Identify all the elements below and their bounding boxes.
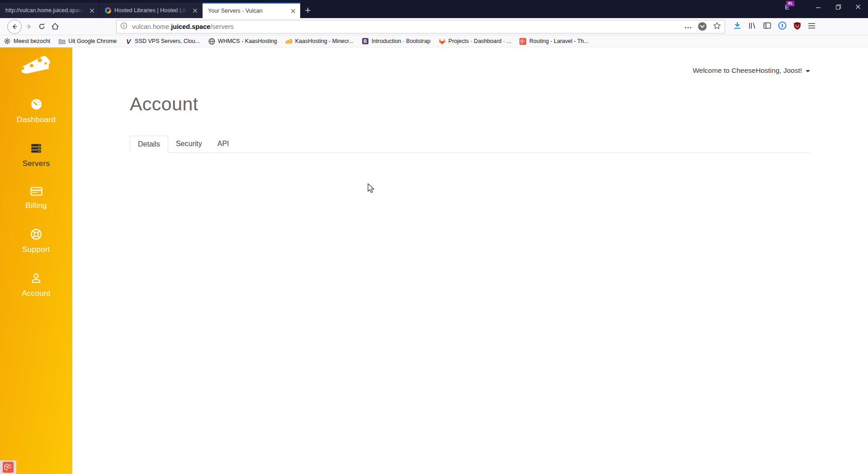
minimize-button[interactable]	[808, 0, 828, 13]
page-actions-icon[interactable]	[684, 23, 692, 31]
sidebar-item-label: Account	[22, 289, 51, 298]
bookmark-label: SSD VPS Servers, Clou...	[135, 38, 200, 44]
tab-security[interactable]: Security	[168, 136, 210, 153]
forward-button[interactable]	[25, 23, 33, 30]
bookmark-gitlab-projects[interactable]: Projects · Dashboard · ...	[439, 38, 511, 45]
vultr-icon: V	[125, 38, 132, 45]
bookmark-meest-bezocht[interactable]: Meest bezocht	[4, 38, 50, 45]
bookmark-label: Projects · Dashboard · ...	[448, 38, 511, 44]
bookmark-laravel-routing[interactable]: Routing - Laravel - Th...	[519, 38, 589, 45]
tab-close-icon[interactable]	[287, 9, 296, 14]
plus-icon: +	[305, 5, 311, 16]
app-content: Dashboard Servers Billing Support	[0, 47, 868, 474]
sidebar-item-label: Support	[22, 245, 50, 254]
close-button[interactable]	[848, 0, 868, 13]
chevron-down-icon	[806, 70, 810, 72]
tab-close-icon[interactable]	[86, 8, 94, 13]
gear-icon	[4, 38, 11, 45]
cheesehosting-logo-icon[interactable]	[21, 54, 52, 79]
back-button[interactable]	[7, 19, 22, 34]
sidebar-nav: Dashboard Servers Billing Support	[17, 98, 56, 316]
navigation-toolbar: vulcan.home.juiced.space/servers	[0, 18, 868, 35]
gitlab-icon	[439, 38, 446, 45]
laravel-icon	[519, 38, 527, 45]
tray-badge: XL	[786, 1, 794, 6]
sidebar-item-label: Billing	[25, 201, 47, 210]
tab-title: http://vulcan.home.juiced.space/a	[5, 7, 86, 14]
new-tab-button[interactable]: +	[300, 3, 316, 18]
user-icon	[30, 272, 42, 286]
account-tabs: Details Security API	[130, 136, 810, 153]
server-stack-icon	[30, 142, 42, 156]
bookmark-label: Meest bezocht	[14, 38, 50, 44]
google-developers-favicon	[105, 7, 111, 14]
browser-tab-1[interactable]: http://vulcan.home.juiced.space/a	[0, 3, 99, 18]
tab-title: Your Servers - Vulcan	[208, 8, 263, 14]
globe-icon	[208, 38, 215, 45]
bookmark-label: KaasHosting - Minecr...	[295, 38, 354, 44]
downloads-icon[interactable]	[733, 22, 741, 31]
bookmark-bootstrap-introduction[interactable]: B Introduction · Bootstrap	[362, 38, 430, 45]
library-icon[interactable]	[748, 22, 756, 31]
credit-card-icon	[30, 186, 42, 198]
onepassword-icon[interactable]	[778, 21, 787, 32]
site-info-icon[interactable]	[120, 22, 127, 31]
pocket-icon[interactable]	[698, 22, 707, 31]
browser-tab-active[interactable]: Your Servers - Vulcan	[203, 3, 300, 18]
home-button[interactable]	[51, 23, 59, 30]
sidebar-toggle-icon[interactable]	[763, 22, 771, 31]
sidebar-item-billing[interactable]: Billing	[25, 186, 47, 210]
sidebar-item-support[interactable]: Support	[22, 228, 50, 254]
user-menu[interactable]: Welcome to CheeseHosting, Joost!	[130, 66, 810, 75]
bookmark-label: Introduction · Bootstrap	[372, 38, 430, 44]
sidebar-item-dashboard[interactable]: Dashboard	[17, 98, 56, 124]
reload-button[interactable]	[38, 23, 46, 30]
sidebar-item-account[interactable]: Account	[22, 272, 51, 298]
bookmarks-bar: Meest bezocht Uit Google Chrome V SSD VP…	[0, 35, 868, 47]
laravel-status-icon	[0, 460, 16, 474]
bookmark-ssd-vps-servers[interactable]: V SSD VPS Servers, Clou...	[125, 38, 200, 45]
bootstrap-icon: B	[362, 38, 369, 45]
bookmark-label: Routing - Laravel - Th...	[529, 38, 589, 44]
browser-titlebar: http://vulcan.home.juiced.space/a Hosted…	[0, 0, 868, 18]
tab-title: Hosted Libraries | Hosted Libra	[114, 7, 189, 14]
tab-details[interactable]: Details	[130, 136, 168, 153]
tachometer-icon	[30, 98, 42, 112]
url-path: /servers	[210, 23, 234, 30]
tab-close-icon[interactable]	[189, 8, 198, 13]
welcome-text: Welcome to CheeseHosting, Joost!	[693, 66, 802, 75]
cheese-icon	[285, 38, 292, 45]
sidebar-item-label: Dashboard	[17, 115, 56, 124]
bookmark-label: Uit Google Chrome	[68, 38, 117, 44]
url-bar[interactable]: vulcan.home.juiced.space/servers	[116, 20, 725, 33]
browser-tab-2[interactable]: Hosted Libraries | Hosted Libra	[99, 3, 203, 18]
bookmark-label: WHMCS - KaasHosting	[218, 38, 277, 44]
restore-button[interactable]	[828, 0, 848, 13]
window-controls: E XL	[779, 0, 868, 14]
bookmark-uit-google-chrome[interactable]: Uit Google Chrome	[58, 38, 117, 45]
url-prefix: vulcan.home.	[132, 23, 171, 30]
menu-hamburger-icon[interactable]	[808, 23, 816, 31]
sidebar-item-label: Servers	[23, 159, 50, 168]
mouse-cursor	[367, 183, 377, 196]
bookmark-whmcs-kaashosting[interactable]: WHMCS - KaasHosting	[208, 38, 277, 45]
main-content: Welcome to CheeseHosting, Joost! Account…	[72, 47, 868, 474]
app-sidebar: Dashboard Servers Billing Support	[0, 47, 72, 474]
ublock-icon[interactable]	[793, 22, 801, 32]
life-ring-icon	[30, 228, 42, 242]
bookmark-star-icon[interactable]	[713, 22, 721, 32]
tab-api[interactable]: API	[210, 136, 237, 153]
bookmark-kaashosting-minecraft[interactable]: KaasHosting - Minecr...	[285, 38, 354, 45]
sidebar-item-servers[interactable]: Servers	[23, 142, 50, 168]
folder-icon	[58, 38, 66, 45]
url-text[interactable]: vulcan.home.juiced.space/servers	[132, 23, 680, 30]
tab-strip: http://vulcan.home.juiced.space/a Hosted…	[0, 3, 316, 18]
page-title: Account	[130, 94, 810, 115]
url-domain: juiced.space	[171, 23, 210, 30]
toolbar-extensions	[733, 21, 816, 32]
exitlag-tray-icon: E XL	[779, 0, 795, 13]
